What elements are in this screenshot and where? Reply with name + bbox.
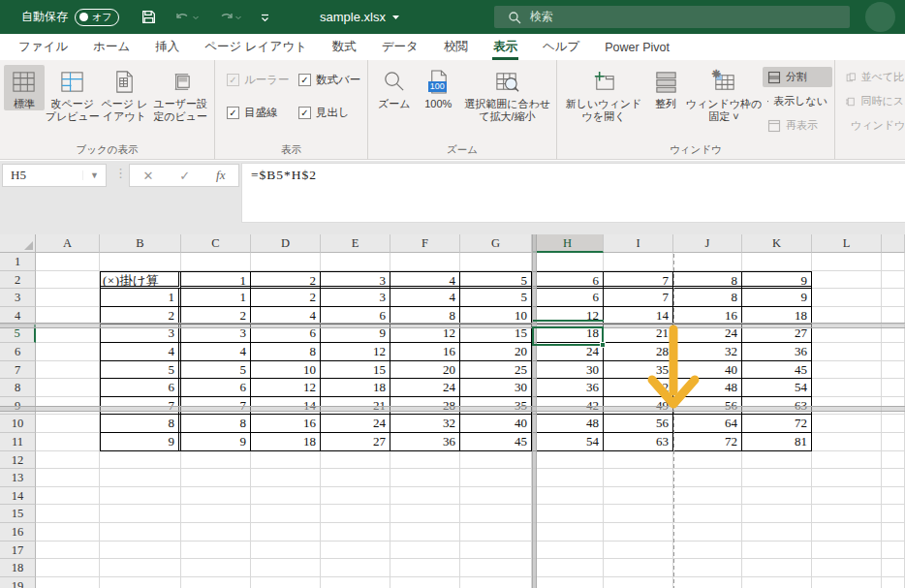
column-header-E[interactable]: E <box>321 234 390 253</box>
cell-A19[interactable] <box>36 577 100 588</box>
cell-C18[interactable] <box>181 559 251 577</box>
cell-K19[interactable] <box>742 577 812 588</box>
cell-D11[interactable]: 18 <box>251 433 321 451</box>
select-all-corner[interactable] <box>0 234 36 253</box>
cell-J18[interactable] <box>673 559 742 577</box>
cell-x18[interactable] <box>882 559 905 577</box>
column-header-F[interactable]: F <box>390 234 460 253</box>
cell-G14[interactable] <box>460 487 532 506</box>
cell-D18[interactable] <box>251 559 321 577</box>
undo-button[interactable] <box>174 10 200 25</box>
cell-K17[interactable] <box>742 542 812 560</box>
cell-F6[interactable]: 16 <box>390 343 460 361</box>
cell-B15[interactable] <box>100 505 181 523</box>
cell-I10[interactable]: 56 <box>604 415 673 433</box>
cell-C1[interactable] <box>181 253 251 271</box>
tab-file[interactable]: ファイル <box>6 34 80 60</box>
cell-A12[interactable] <box>36 451 100 470</box>
cell-J19[interactable] <box>673 577 742 588</box>
cell-L13[interactable] <box>812 469 882 487</box>
split-button[interactable]: 分割 <box>763 67 832 87</box>
row-header-11[interactable]: 11 <box>0 433 36 451</box>
cell-B2[interactable]: (×)掛け算 <box>100 271 181 290</box>
redo-button[interactable] <box>217 10 242 25</box>
cell-H16[interactable] <box>532 523 604 542</box>
cell-H14[interactable] <box>532 487 604 506</box>
cell-L1[interactable] <box>812 253 882 271</box>
row-header-13[interactable]: 13 <box>0 469 36 487</box>
cell-E1[interactable] <box>321 253 390 271</box>
cell-I16[interactable] <box>604 523 673 542</box>
row-header-14[interactable]: 14 <box>0 487 36 506</box>
row-header-10[interactable]: 10 <box>0 415 36 433</box>
name-box[interactable]: H5 ▼ <box>2 164 107 187</box>
cell-K8[interactable]: 54 <box>742 379 812 397</box>
cell-G17[interactable] <box>460 542 532 560</box>
cell-F19[interactable] <box>390 577 460 588</box>
cell-x10[interactable] <box>882 415 905 433</box>
cell-J3[interactable]: 8 <box>673 289 742 307</box>
fill-handle[interactable] <box>600 342 606 348</box>
cell-J15[interactable] <box>673 505 742 523</box>
formula-bar-handle[interactable]: ⋮ <box>114 166 127 180</box>
cell-K2[interactable]: 9 <box>742 271 812 290</box>
cell-I17[interactable] <box>604 542 673 560</box>
cell-H8[interactable]: 36 <box>532 379 604 397</box>
document-title[interactable]: sample.xlsx <box>320 0 400 34</box>
cell-C16[interactable] <box>181 523 251 542</box>
cell-H11[interactable]: 54 <box>532 433 604 451</box>
freeze-panes-button[interactable]: ✳ ウィンドウ枠の固定 ˅ <box>685 65 763 123</box>
cell-H13[interactable] <box>532 469 604 487</box>
cell-B8[interactable]: 6 <box>100 379 181 397</box>
cell-E15[interactable] <box>321 505 390 523</box>
cell-x3[interactable] <box>882 289 905 307</box>
cell-H15[interactable] <box>532 505 604 523</box>
cell-K10[interactable]: 72 <box>742 415 812 433</box>
cell-C13[interactable] <box>181 469 251 487</box>
row-header-12[interactable]: 12 <box>0 451 36 470</box>
row-header-18[interactable]: 18 <box>0 559 36 577</box>
cell-E17[interactable] <box>321 542 390 560</box>
column-header-C[interactable]: C <box>181 234 251 253</box>
cell-B14[interactable] <box>100 487 181 506</box>
cell-E18[interactable] <box>321 559 390 577</box>
tab-page-layout[interactable]: ページ レイアウト <box>192 34 320 60</box>
cell-A17[interactable] <box>36 542 100 560</box>
cell-J11[interactable]: 72 <box>673 433 742 451</box>
cell-F11[interactable]: 36 <box>390 433 460 451</box>
cell-A11[interactable] <box>36 433 100 451</box>
cell-A16[interactable] <box>36 523 100 542</box>
cell-x16[interactable] <box>882 523 905 542</box>
column-header-J[interactable]: J <box>673 234 742 253</box>
enter-icon[interactable]: ✓ <box>179 169 190 183</box>
cell-H10[interactable]: 48 <box>532 415 604 433</box>
cell-G12[interactable] <box>460 451 532 470</box>
cell-E7[interactable]: 15 <box>321 361 390 380</box>
column-header-K[interactable]: K <box>742 234 812 253</box>
cell-F17[interactable] <box>390 542 460 560</box>
view-side-by-side-button[interactable]: 並べて比 <box>841 67 905 87</box>
save-button[interactable] <box>140 9 157 25</box>
cell-F14[interactable] <box>390 487 460 506</box>
cell-D7[interactable]: 10 <box>251 361 321 380</box>
column-header-L[interactable]: L <box>812 234 882 253</box>
name-box-dropdown-icon[interactable]: ▼ <box>82 170 106 180</box>
synchronous-scrolling-button[interactable]: 同時にス <box>841 91 905 111</box>
page-break-preview-button[interactable]: 改ページ プレビュー <box>45 65 101 123</box>
cell-A15[interactable] <box>36 505 100 523</box>
cell-E8[interactable]: 18 <box>321 379 390 397</box>
row-header-19[interactable]: 19 <box>0 577 36 588</box>
cell-D10[interactable]: 16 <box>251 415 321 433</box>
cell-A7[interactable] <box>36 361 100 380</box>
cell-B13[interactable] <box>100 469 181 487</box>
cell-D13[interactable] <box>251 469 321 487</box>
column-header-clipped[interactable] <box>882 234 905 253</box>
row-header-15[interactable]: 15 <box>0 505 36 523</box>
cell-D6[interactable]: 8 <box>251 343 321 361</box>
split-bar-horizontal[interactable] <box>0 323 905 328</box>
zoom-button[interactable]: ズーム <box>372 65 417 110</box>
cell-F1[interactable] <box>390 253 460 271</box>
cell-J17[interactable] <box>673 542 742 560</box>
cell-G16[interactable] <box>460 523 532 542</box>
cell-L2[interactable] <box>812 271 882 290</box>
